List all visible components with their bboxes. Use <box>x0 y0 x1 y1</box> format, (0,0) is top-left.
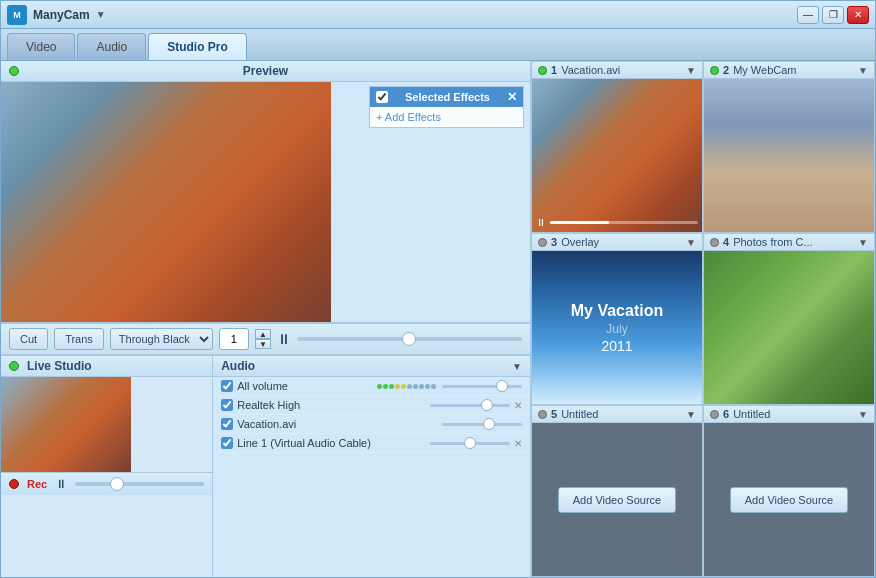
titlebar: M ManyCam ▼ — ❐ ✕ <box>1 1 875 29</box>
add-effects-button[interactable]: + Add Effects <box>370 107 523 127</box>
audio-cb-line1[interactable] <box>221 437 233 449</box>
audio-row-realtek: Realtek High ✕ <box>213 396 530 415</box>
effects-close-icon[interactable]: ✕ <box>507 90 517 104</box>
source-cell-2: 2 My WebCam ▼ <box>703 61 875 233</box>
live-studio-header: Live Studio <box>1 356 212 377</box>
source-chevron-1[interactable]: ▼ <box>686 65 696 76</box>
add-video-button-6[interactable]: Add Video Source <box>730 487 848 513</box>
audio-cb-realtek[interactable] <box>221 399 233 411</box>
audio-slider-vacation[interactable] <box>442 423 522 426</box>
source-name-6[interactable]: Untitled <box>733 408 854 420</box>
source-preview-5[interactable]: Add Video Source <box>532 423 702 576</box>
source-preview-2[interactable] <box>704 79 874 232</box>
source-webcam-2 <box>704 79 874 232</box>
tab-audio[interactable]: Audio <box>77 33 146 60</box>
titlebar-dropdown[interactable]: ▼ <box>96 9 106 20</box>
source-num-3: 3 <box>551 236 557 248</box>
app-logo: M <box>7 5 27 25</box>
source-num-5: 5 <box>551 408 557 420</box>
transition-select[interactable]: Through Black Through White Fade <box>110 328 213 350</box>
live-studio-content <box>1 377 212 472</box>
audio-remove-line1[interactable]: ✕ <box>514 438 522 449</box>
source-pause-1[interactable]: ⏸ <box>536 217 546 228</box>
cut-button[interactable]: Cut <box>9 328 48 350</box>
source-preview-6[interactable]: Add Video Source <box>704 423 874 576</box>
tab-bar: Video Audio Studio Pro <box>1 29 875 61</box>
preview-status-dot <box>9 66 19 76</box>
video-sources-panel: 1 Vacation.avi ▼ ⏸ <box>530 61 875 577</box>
live-studio-title: Live Studio <box>27 359 92 373</box>
minimize-button[interactable]: — <box>797 6 819 24</box>
dot2 <box>383 384 388 389</box>
source-name-4[interactable]: Photos from C... <box>733 236 854 248</box>
source-header-1: 1 Vacation.avi ▼ <box>532 62 702 79</box>
preview-section: Preview Selected Effects ✕ + <box>1 61 530 323</box>
source-chevron-3[interactable]: ▼ <box>686 237 696 248</box>
source-cell-4: 4 Photos from C... ▼ <box>703 233 875 405</box>
audio-level-dots <box>377 384 436 389</box>
source-name-3[interactable]: Overlay <box>561 236 682 248</box>
source-chevron-4[interactable]: ▼ <box>858 237 868 248</box>
trans-button[interactable]: Trans <box>54 328 104 350</box>
audio-title: Audio <box>221 359 255 373</box>
source-empty-5: Add Video Source <box>532 423 702 576</box>
source-name-2[interactable]: My WebCam <box>733 64 854 76</box>
app-window: M ManyCam ▼ — ❐ ✕ Video Audio Studio Pro <box>0 0 876 578</box>
transition-number[interactable] <box>219 328 249 350</box>
source-header-4: 4 Photos from C... ▼ <box>704 234 874 251</box>
restore-button[interactable]: ❐ <box>822 6 844 24</box>
audio-chevron-icon[interactable]: ▼ <box>512 361 522 372</box>
audio-header: Audio ▼ <box>213 356 530 377</box>
close-button[interactable]: ✕ <box>847 6 869 24</box>
live-studio-controls: Rec ⏸ <box>1 472 212 495</box>
step-down[interactable]: ▼ <box>255 339 271 349</box>
audio-remove-realtek[interactable]: ✕ <box>514 400 522 411</box>
preview-header: Preview <box>1 61 530 82</box>
tab-studio-pro[interactable]: Studio Pro <box>148 33 247 60</box>
source-name-1[interactable]: Vacation.avi <box>561 64 682 76</box>
effects-checkbox[interactable] <box>376 91 388 103</box>
dot4 <box>395 384 400 389</box>
controls-bar: Cut Trans Through Black Through White Fa… <box>1 323 530 355</box>
dot7 <box>413 384 418 389</box>
source-overlay-3: My Vacation July 2011 <box>532 251 702 404</box>
source-chevron-2[interactable]: ▼ <box>858 65 868 76</box>
live-pause-button[interactable]: ⏸ <box>55 477 67 491</box>
source-preview-4[interactable] <box>704 251 874 404</box>
live-status-dot <box>9 361 19 371</box>
source-num-1: 1 <box>551 64 557 76</box>
source-cell-5: 5 Untitled ▼ Add Video Source <box>531 405 703 577</box>
audio-slider-line1[interactable] <box>430 442 510 445</box>
number-stepper: ▲ ▼ <box>255 329 271 349</box>
titlebar-controls: — ❐ ✕ <box>797 6 869 24</box>
audio-slider-realtek[interactable] <box>430 404 510 407</box>
source-empty-6: Add Video Source <box>704 423 874 576</box>
audio-slider-allvolume[interactable] <box>442 385 522 388</box>
source-controls-1: ⏸ <box>536 217 698 228</box>
source-preview-1[interactable]: ⏸ <box>532 79 702 232</box>
audio-label-vacation: Vacation.avi <box>237 418 438 430</box>
audio-label-allvolume: All volume <box>237 380 371 392</box>
tab-video[interactable]: Video <box>7 33 75 60</box>
source-num-2: 2 <box>723 64 729 76</box>
source-header-5: 5 Untitled ▼ <box>532 406 702 423</box>
preview-slider[interactable] <box>297 337 522 341</box>
dot8 <box>419 384 424 389</box>
audio-cb-allvolume[interactable] <box>221 380 233 392</box>
left-panel: Preview Selected Effects ✕ + <box>1 61 530 577</box>
source-chevron-5[interactable]: ▼ <box>686 409 696 420</box>
live-studio-slider[interactable] <box>75 482 204 486</box>
source-preview-3[interactable]: My Vacation July 2011 <box>532 251 702 404</box>
source-dot-2 <box>710 66 719 75</box>
pause-button[interactable]: ⏸ <box>277 331 291 347</box>
step-up[interactable]: ▲ <box>255 329 271 339</box>
source-name-5[interactable]: Untitled <box>561 408 682 420</box>
audio-row-line1: Line 1 (Virtual Audio Cable) ✕ <box>213 434 530 453</box>
overlay-year: 2011 <box>571 338 663 354</box>
overlay-month: July <box>571 322 663 336</box>
add-video-button-5[interactable]: Add Video Source <box>558 487 676 513</box>
live-studio-panel: Live Studio Rec ⏸ <box>1 356 212 577</box>
dot10 <box>431 384 436 389</box>
source-chevron-6[interactable]: ▼ <box>858 409 868 420</box>
audio-cb-vacation[interactable] <box>221 418 233 430</box>
